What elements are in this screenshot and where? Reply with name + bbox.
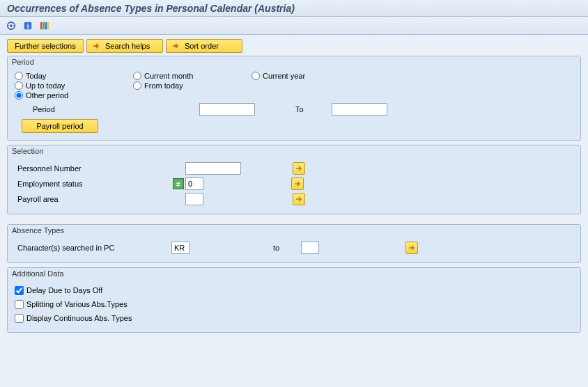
additional-group: Additional Data Delay Due to Days Off Sp… (7, 267, 581, 333)
not-equal-icon[interactable]: ≠ (173, 178, 184, 189)
checkbox-delay-label: Delay Due to Days Off (26, 286, 102, 294)
radio-up-to-today-label: Up to today (26, 81, 65, 90)
checkbox-splitting-input[interactable] (15, 300, 24, 309)
radio-today-label: Today (26, 72, 46, 80)
radio-current-year[interactable]: Current year (252, 72, 370, 80)
execute-icon[interactable] (6, 20, 17, 31)
radio-other-period[interactable]: Other period (15, 91, 133, 100)
radio-current-month[interactable]: Current month (133, 72, 252, 80)
empstat-input[interactable] (185, 177, 203, 190)
additional-group-title: Additional Data (8, 268, 580, 279)
search-helps-button[interactable]: Search helps (86, 39, 163, 53)
page-title: Occurrences of Absence Types in Personal… (7, 3, 295, 14)
payarea-input[interactable] (185, 193, 203, 205)
absence-group: Absence Types Character(s) searched in P… (7, 224, 581, 263)
header-bar: Occurrences of Absence Types in Personal… (0, 0, 588, 17)
svg-rect-5 (42, 22, 45, 29)
radio-up-to-today-input[interactable] (15, 81, 23, 90)
checkbox-display-cont-input[interactable] (15, 314, 24, 323)
svg-text:i: i (27, 22, 29, 29)
radio-current-month-label: Current month (144, 72, 193, 80)
radio-current-month-input[interactable] (133, 72, 141, 80)
checkbox-splitting-label: Splitting of Various Abs.Types (26, 300, 127, 308)
period-group-title: Period (8, 56, 580, 68)
checkbox-display-cont[interactable]: Display Continuous Abs. Types (15, 311, 573, 325)
checkbox-display-cont-label: Display Continuous Abs. Types (26, 314, 132, 322)
radio-from-today-input[interactable] (133, 81, 141, 90)
checkbox-delay[interactable]: Delay Due to Days Off (15, 283, 573, 297)
absence-multiple-button[interactable] (405, 242, 418, 254)
absence-to-label: to (273, 244, 301, 252)
content-area: Further selections Search helps Sort ord… (0, 35, 588, 387)
radio-from-today[interactable]: From today (133, 81, 252, 90)
app-toolbar: i (0, 17, 588, 35)
radio-current-year-input[interactable] (252, 72, 260, 80)
pernr-multiple-button[interactable] (293, 162, 305, 175)
period-from-input[interactable] (199, 103, 255, 116)
radio-today-input[interactable] (15, 72, 23, 80)
further-selections-label: Further selections (15, 42, 75, 50)
payarea-label: Payroll area (15, 195, 144, 203)
radio-other-period-label: Other period (26, 91, 68, 100)
svg-rect-7 (47, 22, 49, 29)
checkbox-delay-input[interactable] (15, 286, 24, 295)
radio-current-year-label: Current year (263, 72, 305, 80)
radio-up-to-today[interactable]: Up to today (15, 81, 133, 90)
sort-order-label: Sort order (185, 42, 219, 50)
arrow-right-icon (171, 41, 180, 51)
action-row: Further selections Search helps Sort ord… (7, 39, 581, 53)
period-group: Period Today Current month Current year (7, 56, 581, 141)
absence-char-to-input[interactable] (301, 242, 319, 254)
absence-group-title: Absence Types (8, 225, 580, 236)
arrow-right-icon (91, 41, 101, 51)
absence-char-label: Character(s) searched in PC (15, 244, 171, 252)
search-helps-label: Search helps (105, 42, 150, 50)
further-selections-button[interactable]: Further selections (7, 39, 84, 53)
payroll-period-label: Payroll period (36, 122, 83, 130)
empstat-multiple-button[interactable] (291, 177, 304, 190)
payarea-multiple-button[interactable] (293, 193, 305, 205)
svg-point-1 (10, 24, 13, 27)
selection-group: Selection Personnel Number Employment st… (7, 145, 581, 214)
absence-char-from-input[interactable] (171, 242, 189, 254)
svg-rect-4 (40, 22, 42, 29)
colors-icon[interactable] (39, 20, 50, 31)
radio-today[interactable]: Today (15, 72, 133, 80)
pernr-label: Personnel Number (15, 164, 144, 173)
period-from-label: Period (15, 105, 137, 113)
radio-other-period-input[interactable] (15, 91, 23, 100)
radio-from-today-label: From today (144, 81, 183, 90)
svg-rect-6 (45, 22, 47, 29)
empstat-label: Employment status (15, 180, 144, 188)
selection-group-title: Selection (8, 145, 580, 157)
payroll-period-button[interactable]: Payroll period (22, 119, 98, 133)
pernr-input[interactable] (185, 162, 241, 175)
checkbox-splitting[interactable]: Splitting of Various Abs.Types (15, 297, 573, 311)
period-to-input[interactable] (332, 103, 387, 116)
info-icon[interactable]: i (22, 20, 33, 31)
sort-order-button[interactable]: Sort order (166, 39, 242, 53)
period-to-label: To (290, 105, 332, 113)
